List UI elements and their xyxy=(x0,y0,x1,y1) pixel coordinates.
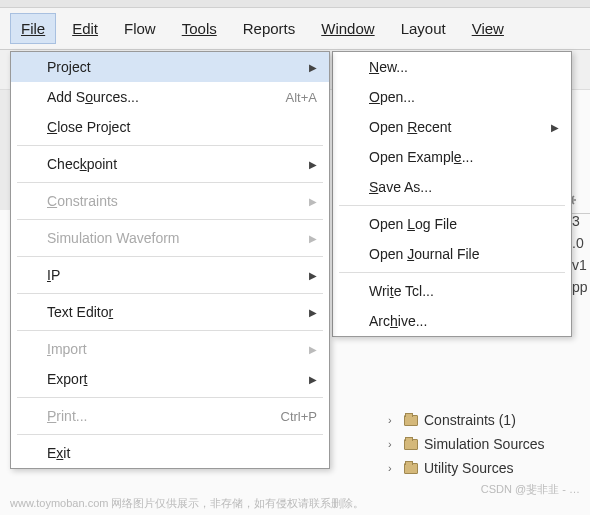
menu-text-editor[interactable]: Text Editor ▶ xyxy=(11,297,329,327)
file-menu: Project ▶ Add Sources... Alt+A Close Pro… xyxy=(10,51,330,469)
watermark-left: www.toymoban.com 网络图片仅供展示，非存储，如有侵权请联系删除。 xyxy=(10,496,364,511)
menu-label: Open Example... xyxy=(369,149,473,165)
menu-flow[interactable]: Flow xyxy=(114,14,166,43)
menu-sim-waveform: Simulation Waveform ▶ xyxy=(11,223,329,253)
tree-item-constraints[interactable]: › Constraints (1) xyxy=(380,408,590,432)
chevron-right-icon: › xyxy=(388,438,398,450)
chevron-right-icon: ▶ xyxy=(309,159,317,170)
menu-edit[interactable]: Edit xyxy=(62,14,108,43)
tree-label: Constraints (1) xyxy=(424,412,516,428)
menu-label: Project xyxy=(47,59,91,75)
menu-label: Checkpoint xyxy=(47,156,117,172)
menu-label: Write Tcl... xyxy=(369,283,434,299)
menu-project[interactable]: Project ▶ xyxy=(11,52,329,82)
submenu-write-tcl[interactable]: Write Tcl... xyxy=(333,276,571,306)
menu-label: Save As... xyxy=(369,179,432,195)
project-submenu: New... Open... Open Recent ▶ Open Exampl… xyxy=(332,51,572,337)
tree-label: Simulation Sources xyxy=(424,436,545,452)
menu-window[interactable]: Window xyxy=(311,14,384,43)
menu-constraints: Constraints ▶ xyxy=(11,186,329,216)
folder-icon xyxy=(404,415,418,426)
submenu-open-log[interactable]: Open Log File xyxy=(333,209,571,239)
chevron-right-icon: ▶ xyxy=(309,374,317,385)
menu-label: Open Recent xyxy=(369,119,452,135)
chevron-right-icon: ▶ xyxy=(309,270,317,281)
separator xyxy=(17,182,323,183)
separator xyxy=(17,219,323,220)
menu-label: Print... xyxy=(47,408,87,424)
menu-file[interactable]: File xyxy=(10,13,56,44)
menu-tools[interactable]: Tools xyxy=(172,14,227,43)
submenu-new[interactable]: New... xyxy=(333,52,571,82)
separator xyxy=(339,272,565,273)
chevron-right-icon: ▶ xyxy=(309,196,317,207)
menu-label: Import xyxy=(47,341,87,357)
menu-label: IP xyxy=(47,267,60,283)
menu-exit[interactable]: Exit xyxy=(11,438,329,468)
menu-layout[interactable]: Layout xyxy=(391,14,456,43)
tree-item-sim-sources[interactable]: › Simulation Sources xyxy=(380,432,590,456)
submenu-open-journal[interactable]: Open Journal File xyxy=(333,239,571,269)
chevron-right-icon: ▶ xyxy=(309,307,317,318)
menu-label: Open... xyxy=(369,89,415,105)
submenu-save-as[interactable]: Save As... xyxy=(333,172,571,202)
submenu-open-example[interactable]: Open Example... xyxy=(333,142,571,172)
menu-label: New... xyxy=(369,59,408,75)
menu-ip[interactable]: IP ▶ xyxy=(11,260,329,290)
menu-label: Open Log File xyxy=(369,216,457,232)
chevron-right-icon: › xyxy=(388,462,398,474)
separator xyxy=(17,330,323,331)
menu-label: Simulation Waveform xyxy=(47,230,180,246)
menu-checkpoint[interactable]: Checkpoint ▶ xyxy=(11,149,329,179)
menu-import: Import ▶ xyxy=(11,334,329,364)
menubar: File Edit Flow Tools Reports Window Layo… xyxy=(0,8,590,50)
menu-label: Add Sources... xyxy=(47,89,139,105)
menu-label: Exit xyxy=(47,445,70,461)
side-strip: 3 .0 v1 pp xyxy=(572,210,590,298)
menu-label: Text Editor xyxy=(47,304,113,320)
separator xyxy=(339,205,565,206)
menu-reports[interactable]: Reports xyxy=(233,14,306,43)
separator xyxy=(17,256,323,257)
shortcut: Alt+A xyxy=(286,90,317,105)
chevron-right-icon: ▶ xyxy=(309,62,317,73)
submenu-open-recent[interactable]: Open Recent ▶ xyxy=(333,112,571,142)
tree-label: Utility Sources xyxy=(424,460,513,476)
folder-icon xyxy=(404,463,418,474)
tree-item-util-sources[interactable]: › Utility Sources xyxy=(380,456,590,480)
separator xyxy=(17,145,323,146)
chevron-right-icon: › xyxy=(388,414,398,426)
chevron-right-icon: ▶ xyxy=(551,122,559,133)
watermark-right: CSDN @斐非韭 - … xyxy=(481,482,580,497)
menu-close-project[interactable]: Close Project xyxy=(11,112,329,142)
tree-panel: › Constraints (1) › Simulation Sources ›… xyxy=(380,400,590,488)
menu-label: Constraints xyxy=(47,193,118,209)
menu-add-sources[interactable]: Add Sources... Alt+A xyxy=(11,82,329,112)
separator xyxy=(17,397,323,398)
folder-icon xyxy=(404,439,418,450)
submenu-open[interactable]: Open... xyxy=(333,82,571,112)
menu-label: Close Project xyxy=(47,119,130,135)
menu-label: Archive... xyxy=(369,313,427,329)
menu-view[interactable]: View xyxy=(462,14,514,43)
menu-print: Print... Ctrl+P xyxy=(11,401,329,431)
menu-label: Export xyxy=(47,371,87,387)
menu-label: Open Journal File xyxy=(369,246,480,262)
submenu-archive[interactable]: Archive... xyxy=(333,306,571,336)
shortcut: Ctrl+P xyxy=(281,409,317,424)
separator xyxy=(17,434,323,435)
chevron-right-icon: ▶ xyxy=(309,233,317,244)
chevron-right-icon: ▶ xyxy=(309,344,317,355)
separator xyxy=(17,293,323,294)
menu-export[interactable]: Export ▶ xyxy=(11,364,329,394)
